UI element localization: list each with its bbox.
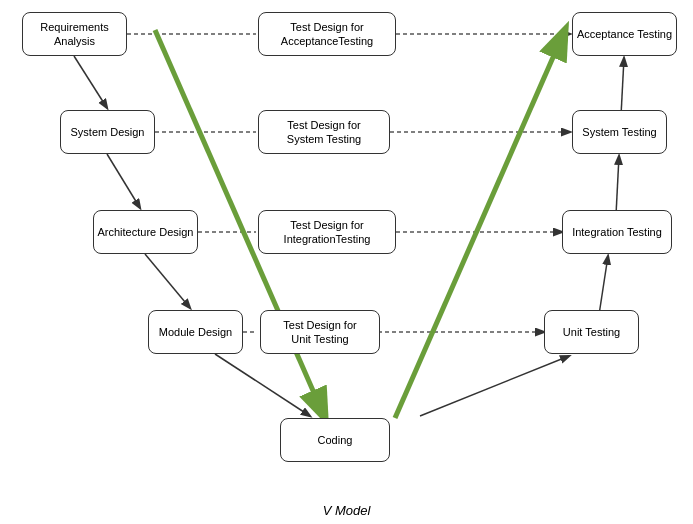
node-acceptance-testing: Acceptance Testing: [572, 12, 677, 56]
node-system-testing: System Testing: [572, 110, 667, 154]
node-test-design-system: Test Design forSystem Testing: [258, 110, 390, 154]
svg-line-2: [145, 254, 190, 308]
node-coding: Coding: [280, 418, 390, 462]
node-unit-testing: Unit Testing: [544, 310, 639, 354]
svg-line-1: [107, 154, 140, 208]
node-test-design-unit: Test Design forUnit Testing: [260, 310, 380, 354]
node-module-design: Module Design: [148, 310, 243, 354]
node-requirements: Requirements Analysis: [22, 12, 127, 56]
node-test-design-integration: Test Design forIntegrationTesting: [258, 210, 396, 254]
node-system-design: System Design: [60, 110, 155, 154]
svg-line-17: [395, 30, 565, 418]
node-test-design-acceptance: Test Design forAcceptanceTesting: [258, 12, 396, 56]
node-integration-testing: Integration Testing: [562, 210, 672, 254]
svg-line-4: [420, 356, 569, 416]
svg-line-3: [215, 354, 310, 416]
diagram-title: V Model: [323, 503, 371, 518]
node-architecture-design: Architecture Design: [93, 210, 198, 254]
svg-line-0: [74, 56, 107, 108]
diagram-container: Requirements Analysis System Design Arch…: [0, 0, 693, 524]
